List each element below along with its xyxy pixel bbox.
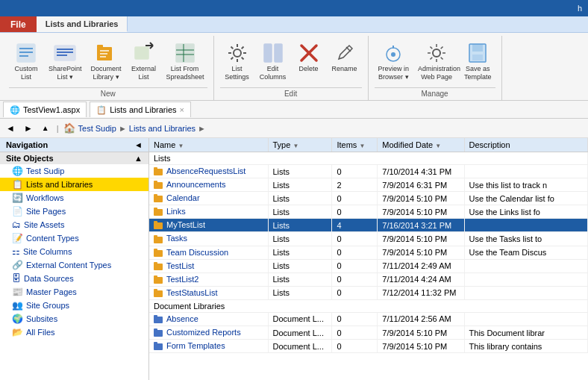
cell-modified: 7/11/2014 4:24 AM [378, 272, 464, 286]
nav-item-icon: 🗄 [12, 273, 21, 284]
item-link[interactable]: Absence [166, 314, 198, 323]
document-library-button[interactable]: DocumentLibrary ▾ [87, 39, 125, 84]
svg-rect-51 [154, 275, 157, 278]
list-settings-button[interactable]: ListSettings [220, 39, 254, 84]
table-row[interactable]: MyTestList Lists 4 7/16/2014 3:21 PM [149, 219, 588, 232]
table-row[interactable]: Links Lists 0 7/9/2014 5:10 PM Use the L… [149, 205, 588, 219]
content-panel: Name ▼ Type ▼ Items ▼ Modified Date ▼ De… [149, 138, 588, 380]
list-from-spreadsheet-icon [173, 41, 197, 65]
cell-description [464, 165, 587, 178]
save-as-template-button[interactable]: Save asTemplate [460, 39, 495, 84]
rename-button[interactable]: Rename [328, 39, 362, 75]
item-link[interactable]: Announcements [166, 180, 226, 189]
item-link[interactable]: TestList [166, 261, 194, 270]
col-header-modified[interactable]: Modified Date ▼ [378, 138, 464, 152]
nav-item-icon: 👥 [12, 300, 23, 311]
back-button[interactable]: ◄ [3, 122, 18, 135]
breadcrumb-current[interactable]: Lists and Libraries [129, 124, 196, 133]
nav-item-label: Data Sources [24, 274, 74, 283]
table-row[interactable]: Form Templates Document L... 0 7/9/2014 … [149, 340, 588, 353]
table-row[interactable]: TestList2 Lists 0 7/11/2014 4:24 AM [149, 272, 588, 286]
cell-modified: 7/9/2014 5:10 PM [378, 326, 464, 340]
sidebar-item-data-sources[interactable]: 🗄Data Sources [0, 272, 148, 285]
forward-button[interactable]: ► [21, 122, 36, 135]
item-link[interactable]: TestList2 [166, 275, 198, 284]
col-header-items[interactable]: Items ▼ [332, 138, 378, 152]
delete-button[interactable]: Delete [292, 39, 326, 75]
list-settings-icon [225, 41, 249, 65]
nav-panel-header: Navigation ◄ [0, 138, 148, 152]
up-button[interactable]: ▲ [39, 122, 52, 134]
table-row[interactable]: TestStatusList Lists 0 7/12/2014 11:32 P… [149, 286, 588, 299]
cell-items: 0 [332, 246, 378, 259]
nav-collapse-icon[interactable]: ◄ [134, 140, 143, 149]
col-header-name[interactable]: Name ▼ [149, 138, 268, 152]
table-row[interactable]: Tasks Lists 0 7/9/2014 5:10 PM Use the T… [149, 232, 588, 246]
tab-close-icon[interactable]: × [180, 105, 184, 114]
cell-type: Lists [268, 232, 332, 246]
svg-rect-6 [57, 52, 73, 53]
address-bar: ◄ ► ▲ | 🏠 Test Sudip ► Lists and Librari… [0, 119, 588, 138]
table-row[interactable]: AbsenceRequestsList Lists 0 7/10/2014 4:… [149, 165, 588, 178]
ribbon-group-new: CustomList SharePointList ▾ DocumentLibr… [3, 36, 214, 100]
sidebar-item-workflows[interactable]: 🔄Workflows [0, 191, 148, 205]
svg-rect-43 [154, 221, 157, 223]
item-link[interactable]: Links [166, 207, 186, 216]
sidebar-item-all-files[interactable]: 📂All Files [0, 326, 148, 339]
tab-testview[interactable]: 🌐 TestView1.aspx [3, 102, 87, 117]
table-row[interactable]: Calendar Lists 0 7/9/2014 5:10 PM Use th… [149, 192, 588, 205]
nav-section-collapse-icon[interactable]: ▲ [134, 154, 143, 163]
svg-rect-55 [154, 315, 157, 317]
edit-group-label: Edit [220, 87, 362, 100]
sidebar-item-subsites[interactable]: 🌍Subsites [0, 312, 148, 326]
list-from-spreadsheet-button[interactable]: List FromSpreadsheet [163, 39, 207, 84]
cell-items: 0 [332, 286, 378, 299]
sidebar-item-test-sudip[interactable]: 🌐Test Sudip [0, 164, 148, 178]
tab-lists-libraries[interactable]: Lists and Libraries [37, 16, 128, 32]
external-list-button[interactable]: ExternalList [127, 39, 161, 84]
sidebar-item-lists-libraries[interactable]: 📋Lists and Libraries [0, 178, 148, 191]
preview-browser-button[interactable]: Preview inBrowser ▾ [375, 39, 413, 84]
item-link[interactable]: TestStatusList [166, 288, 217, 297]
cell-items: 0 [332, 232, 378, 246]
item-link[interactable]: Customized Reports [166, 328, 241, 337]
table-row[interactable]: Customized Reports Document L... 0 7/9/2… [149, 326, 588, 340]
file-button[interactable]: File [0, 16, 37, 32]
address-separator: | [57, 124, 59, 133]
admin-web-page-button[interactable]: AdministrationWeb Page [414, 39, 459, 84]
svg-rect-52 [154, 290, 163, 297]
item-link[interactable]: MyTestList [166, 220, 205, 229]
table-row[interactable]: TestList Lists 0 7/11/2014 2:49 AM [149, 259, 588, 272]
col-header-type[interactable]: Type ▼ [268, 138, 332, 152]
tab-lists-libraries[interactable]: 📋 Lists and Libraries × [90, 102, 191, 117]
sharepoint-list-button[interactable]: SharePointList ▾ [45, 39, 86, 84]
table-row[interactable]: Absence Document L... 0 7/11/2014 2:56 A… [149, 312, 588, 326]
save-as-template-icon [466, 41, 490, 65]
table-row[interactable]: Announcements Lists 2 7/9/2014 6:31 PM U… [149, 178, 588, 192]
item-link[interactable]: Form Templates [166, 341, 225, 350]
sidebar-item-site-columns[interactable]: ⚏Site Columns [0, 245, 148, 258]
item-link[interactable]: Tasks [166, 234, 187, 243]
nav-item-label: Lists and Libraries [26, 180, 93, 189]
sidebar-item-site-pages[interactable]: 📄Site Pages [0, 205, 148, 218]
svg-rect-13 [135, 47, 148, 59]
sidebar-item-site-groups[interactable]: 👥Site Groups [0, 299, 148, 312]
sidebar-item-site-assets[interactable]: 🗂Site Assets [0, 218, 148, 231]
item-link[interactable]: Calendar [166, 193, 200, 202]
item-link[interactable]: AbsenceRequestsList [166, 166, 245, 175]
breadcrumb-root[interactable]: Test Sudip [78, 124, 116, 133]
sidebar-item-master-pages[interactable]: 📰Master Pages [0, 285, 148, 299]
cell-name: Absence [149, 312, 268, 326]
custom-list-button[interactable]: CustomList [9, 39, 43, 84]
cell-items: 0 [332, 312, 378, 326]
item-link[interactable]: Team Discussion [166, 248, 228, 257]
edit-columns-button[interactable]: EditColumns [256, 39, 290, 84]
cell-name: Announcements [149, 178, 268, 192]
sidebar-item-content-types[interactable]: 📝Content Types [0, 231, 148, 245]
breadcrumb: Test Sudip ► Lists and Libraries ► [78, 124, 206, 133]
name-sort-icon: ▼ [178, 143, 184, 149]
sidebar-item-external-content-types[interactable]: 🔗External Content Types [0, 258, 148, 272]
cell-description: This Document librar [464, 326, 587, 340]
ribbon-group-new-items: CustomList SharePointList ▾ DocumentLibr… [9, 36, 207, 86]
table-row[interactable]: Team Discussion Lists 0 7/9/2014 5:10 PM… [149, 246, 588, 259]
